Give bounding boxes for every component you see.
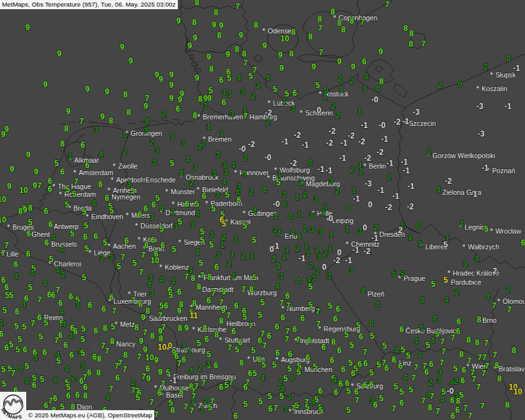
svg-text:9: 9 [222,287,226,297]
svg-text:2: 2 [266,117,270,127]
svg-text:7: 7 [229,378,234,387]
svg-text:Berlin: Berlin [369,163,387,170]
svg-text:4: 4 [179,169,184,178]
svg-text:Copenhagen: Copenhagen [339,14,377,22]
svg-text:3: 3 [234,235,238,244]
svg-text:5: 5 [56,356,61,366]
svg-text:6: 6 [60,167,65,177]
svg-text:5: 5 [453,364,458,373]
svg-text:6: 6 [400,325,404,334]
svg-text:5: 5 [25,362,30,371]
svg-text:-0: -0 [264,153,272,162]
svg-text:2: 2 [296,244,301,253]
svg-text:10: 10 [19,186,28,195]
svg-text:-1: -1 [345,256,352,265]
svg-text:4: 4 [290,373,295,383]
svg-text:-1: -1 [318,165,325,174]
svg-text:5: 5 [131,186,135,196]
svg-text:3: 3 [329,177,333,186]
svg-text:5: 5 [9,340,14,349]
svg-text:4: 4 [242,169,247,178]
svg-text:Saarbrücken: Saarbrücken [149,315,188,322]
svg-text:9: 9 [26,23,30,32]
svg-text:3: 3 [438,368,442,377]
svg-text:6: 6 [521,238,525,247]
svg-text:5: 5 [259,397,263,406]
svg-text:7: 7 [274,404,278,413]
svg-text:0: 0 [376,84,381,93]
svg-text:7: 7 [123,365,127,374]
svg-text:7: 7 [468,411,472,420]
svg-text:5: 5 [1,365,6,374]
svg-text:Darmstadt: Darmstadt [202,286,234,293]
svg-text:7: 7 [211,289,216,298]
svg-text:9: 9 [184,324,189,333]
svg-text:3: 3 [362,85,367,94]
svg-text:3: 3 [216,251,220,260]
svg-text:Eindhoven: Eindhoven [91,213,123,220]
svg-text:8: 8 [308,32,313,41]
svg-text:5: 5 [44,318,49,327]
svg-text:4: 4 [277,229,282,238]
svg-text:9: 9 [178,95,182,104]
svg-text:5: 5 [243,400,248,409]
svg-text:7: 7 [226,311,231,320]
svg-text:1: 1 [282,253,287,262]
svg-text:3: 3 [109,253,114,262]
svg-text:0: 0 [369,319,374,328]
svg-text:2: 2 [242,252,246,261]
svg-text:7: 7 [56,285,60,295]
svg-text:3: 3 [318,228,323,237]
svg-text:5: 5 [169,291,173,300]
svg-text:5: 5 [379,394,384,403]
svg-text:4: 4 [33,354,38,363]
svg-text:5: 5 [82,273,87,282]
svg-text:9: 9 [239,31,243,40]
svg-text:8: 8 [207,272,212,282]
svg-text:-1: -1 [403,166,410,175]
svg-text:5: 5 [243,221,247,230]
svg-text:0: 0 [368,200,373,209]
svg-text:5: 5 [209,240,214,249]
svg-text:6: 6 [248,369,253,378]
svg-text:2: 2 [438,81,443,90]
svg-text:8: 8 [495,361,499,370]
svg-text:5: 5 [28,283,33,292]
svg-text:8: 8 [203,324,207,333]
svg-text:7: 7 [54,336,59,345]
svg-text:4: 4 [474,254,479,263]
svg-text:9: 9 [379,47,383,56]
svg-text:5: 5 [156,194,160,203]
svg-text:2: 2 [198,142,203,152]
svg-text:7: 7 [49,396,53,406]
svg-text:1: 1 [359,167,364,176]
svg-text:2: 2 [303,224,308,234]
svg-text:9: 9 [262,41,267,51]
svg-text:6: 6 [359,332,364,341]
svg-text:5: 5 [383,341,387,350]
svg-text:4: 4 [69,331,74,341]
svg-text:7: 7 [482,369,486,378]
svg-text:6: 6 [429,360,434,369]
svg-text:6: 6 [214,361,219,370]
svg-text:9: 9 [141,313,146,322]
svg-text:5: 5 [103,238,108,247]
svg-text:8: 8 [150,331,155,341]
svg-text:Düsseldorf: Düsseldorf [140,222,173,230]
svg-text:9: 9 [278,51,283,60]
svg-text:6: 6 [364,359,368,368]
svg-text:-2: -2 [364,247,371,256]
svg-text:-0: -0 [273,200,280,209]
svg-text:9: 9 [23,205,28,215]
svg-text:7: 7 [139,268,144,277]
svg-text:4: 4 [291,228,295,237]
svg-text:3: 3 [256,81,261,90]
svg-text:5: 5 [319,406,324,415]
svg-text:6: 6 [301,314,305,323]
svg-text:2: 2 [455,288,459,297]
svg-text:9: 9 [1,130,6,139]
svg-text:10: 10 [0,215,7,224]
svg-text:8: 8 [331,337,336,346]
svg-text:0: 0 [283,200,287,209]
svg-text:0: 0 [322,262,327,272]
